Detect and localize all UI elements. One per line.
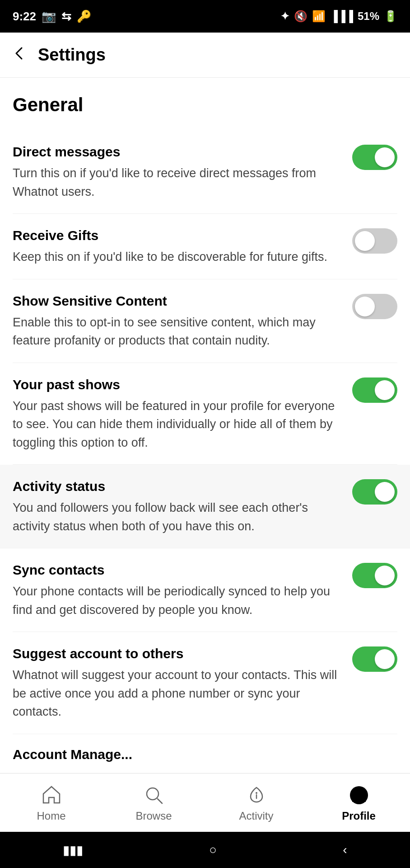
setting-text-receive-gifts: Receive GiftsKeep this on if you'd like … — [13, 226, 341, 266]
setting-text-activity-status: Activity statusYou and followers you fol… — [13, 477, 341, 535]
system-nav: ▮▮▮ ○ ‹ — [0, 832, 410, 868]
setting-desc-suggest-account: Whatnot will suggest your account to you… — [13, 666, 341, 721]
setting-name-direct-messages: Direct messages — [13, 143, 341, 160]
nav-item-profile[interactable]: Profile — [308, 783, 410, 822]
setting-text-sync-contacts: Sync contactsYour phone contacts will be… — [13, 561, 341, 619]
nav-label-home: Home — [37, 810, 65, 822]
setting-name-receive-gifts: Receive Gifts — [13, 226, 341, 244]
setting-text-direct-messages: Direct messagesTurn this on if you'd lik… — [13, 143, 341, 201]
browse-icon — [142, 783, 166, 807]
wifi-icon: 📶 — [312, 10, 326, 23]
toggle-activity-status[interactable] — [352, 479, 397, 505]
home-button[interactable]: ○ — [209, 843, 217, 857]
svg-point-0 — [147, 788, 158, 800]
partial-section-title: Account Manage... — [13, 747, 397, 762]
nav-item-activity[interactable]: Activity — [205, 783, 308, 822]
setting-text-show-sensitive-content: Show Sensitive ContentEnable this to opt… — [13, 292, 341, 350]
nav-label-profile: Profile — [342, 810, 376, 822]
header: Settings — [0, 33, 410, 78]
toggle-sync-contacts[interactable] — [352, 563, 397, 588]
battery-level: 51% — [358, 10, 379, 23]
back-nav-button[interactable]: ‹ — [343, 843, 347, 857]
nav-label-activity: Activity — [239, 810, 273, 822]
battery-icon: 🔋 — [384, 10, 397, 23]
key-icon: 🔑 — [77, 9, 91, 24]
toggle-receive-gifts[interactable] — [352, 228, 397, 254]
mute-icon: 🔇 — [294, 10, 308, 23]
bluetooth-icon: ✦ — [280, 10, 289, 23]
partial-section: Account Manage... — [13, 734, 397, 762]
bottom-nav: Home Browse Activity Profi — [0, 773, 410, 832]
setting-item-your-past-shows: Your past showsYour past shows will be f… — [13, 363, 397, 465]
setting-name-sync-contacts: Sync contacts — [13, 561, 341, 579]
profile-icon — [347, 783, 371, 807]
section-title-general: General — [13, 94, 397, 116]
setting-item-direct-messages: Direct messagesTurn this on if you'd lik… — [13, 130, 397, 214]
toggle-slider-suggest-account — [352, 646, 397, 672]
setting-name-show-sensitive-content: Show Sensitive Content — [13, 292, 341, 310]
toggle-slider-your-past-shows — [352, 377, 397, 403]
toggle-suggest-account[interactable] — [352, 646, 397, 672]
setting-item-suggest-account: Suggest account to othersWhatnot will su… — [13, 632, 397, 734]
status-bar: 9:22 📷 ⇆ 🔑 ✦ 🔇 📶 ▐▐▐ 51% 🔋 — [0, 0, 410, 33]
settings-content: General Direct messagesTurn this on if y… — [0, 78, 410, 773]
setting-text-your-past-shows: Your past showsYour past shows will be f… — [13, 376, 341, 452]
setting-name-suggest-account: Suggest account to others — [13, 645, 341, 662]
setting-name-activity-status: Activity status — [13, 477, 341, 495]
status-left: 9:22 📷 ⇆ 🔑 — [13, 9, 91, 24]
svg-point-3 — [356, 789, 362, 796]
setting-desc-show-sensitive-content: Enable this to opt-in to see sensitive c… — [13, 313, 341, 350]
toggle-slider-show-sensitive-content — [352, 294, 397, 319]
activity-icon — [245, 783, 268, 807]
setting-item-show-sensitive-content: Show Sensitive ContentEnable this to opt… — [13, 279, 397, 363]
setting-desc-receive-gifts: Keep this on if you'd like to be discove… — [13, 248, 341, 266]
toggle-slider-activity-status — [352, 479, 397, 505]
toggle-your-past-shows[interactable] — [352, 377, 397, 403]
signal-icon: ▐▐▐ — [330, 10, 353, 23]
nav-item-home[interactable]: Home — [0, 783, 102, 822]
nav-label-browse: Browse — [135, 810, 172, 822]
recent-apps-button[interactable]: ▮▮▮ — [63, 843, 83, 858]
camera-icon: 📷 — [42, 9, 56, 24]
toggle-slider-receive-gifts — [352, 228, 397, 254]
setting-desc-direct-messages: Turn this on if you'd like to receive di… — [13, 164, 341, 201]
home-icon — [40, 783, 63, 807]
cast-icon: ⇆ — [61, 9, 71, 24]
setting-name-your-past-shows: Your past shows — [13, 376, 341, 393]
setting-text-suggest-account: Suggest account to othersWhatnot will su… — [13, 645, 341, 721]
toggle-slider-sync-contacts — [352, 563, 397, 588]
setting-desc-sync-contacts: Your phone contacts will be periodically… — [13, 582, 341, 619]
setting-item-activity-status: Activity statusYou and followers you fol… — [0, 465, 410, 548]
svg-point-1 — [256, 792, 257, 794]
setting-item-sync-contacts: Sync contactsYour phone contacts will be… — [13, 548, 397, 632]
toggle-slider-direct-messages — [352, 145, 397, 170]
setting-item-receive-gifts: Receive GiftsKeep this on if you'd like … — [13, 214, 397, 279]
page-title: Settings — [38, 45, 106, 65]
toggle-direct-messages[interactable] — [352, 145, 397, 170]
status-time: 9:22 — [13, 9, 36, 24]
nav-item-browse[interactable]: Browse — [102, 783, 205, 822]
status-right: ✦ 🔇 📶 ▐▐▐ 51% 🔋 — [280, 10, 397, 23]
setting-desc-your-past-shows: Your past shows will be featured in your… — [13, 397, 341, 452]
setting-desc-activity-status: You and followers you follow back will s… — [13, 499, 341, 535]
back-button[interactable] — [13, 46, 27, 65]
toggle-show-sensitive-content[interactable] — [352, 294, 397, 319]
settings-list: Direct messagesTurn this on if you'd lik… — [13, 130, 397, 734]
